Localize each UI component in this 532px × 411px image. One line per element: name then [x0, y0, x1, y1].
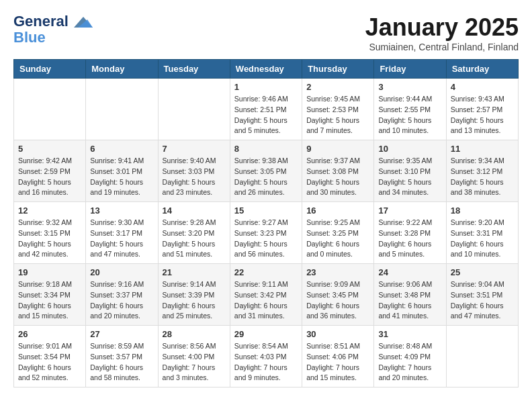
day-number: 24: [378, 267, 441, 277]
calendar-cell: 4Sunrise: 9:43 AM Sunset: 2:57 PM Daylig…: [446, 79, 518, 140]
day-detail: Sunrise: 9:44 AM Sunset: 2:55 PM Dayligh…: [378, 94, 441, 136]
calendar-cell: 23Sunrise: 9:09 AM Sunset: 3:45 PM Dayli…: [302, 264, 374, 326]
day-number: 27: [90, 329, 153, 339]
calendar-cell: 5Sunrise: 9:42 AM Sunset: 2:59 PM Daylig…: [14, 140, 86, 202]
day-detail: Sunrise: 9:42 AM Sunset: 2:59 PM Dayligh…: [18, 156, 81, 198]
weekday-header-wednesday: Wednesday: [230, 60, 302, 79]
calendar-cell: [86, 79, 158, 140]
weekday-header-thursday: Thursday: [302, 60, 374, 79]
calendar-cell: 13Sunrise: 9:30 AM Sunset: 3:17 PM Dayli…: [86, 202, 158, 264]
calendar-cell: 28Sunrise: 8:56 AM Sunset: 4:00 PM Dayli…: [158, 326, 230, 387]
calendar-week-3: 12Sunrise: 9:32 AM Sunset: 3:15 PM Dayli…: [14, 202, 519, 264]
weekday-header-friday: Friday: [374, 60, 446, 79]
day-detail: Sunrise: 9:32 AM Sunset: 3:15 PM Dayligh…: [18, 218, 81, 260]
calendar-cell: 15Sunrise: 9:27 AM Sunset: 3:23 PM Dayli…: [230, 202, 302, 264]
calendar-week-2: 5Sunrise: 9:42 AM Sunset: 2:59 PM Daylig…: [14, 140, 519, 202]
day-detail: Sunrise: 9:35 AM Sunset: 3:10 PM Dayligh…: [378, 156, 441, 198]
day-detail: Sunrise: 8:59 AM Sunset: 3:57 PM Dayligh…: [90, 341, 153, 383]
month-title: January 2025: [365, 13, 519, 42]
calendar-cell: 2Sunrise: 9:45 AM Sunset: 2:53 PM Daylig…: [302, 79, 374, 140]
location-subtitle: Sumiainen, Central Finland, Finland: [365, 42, 519, 52]
calendar-week-1: 1Sunrise: 9:46 AM Sunset: 2:51 PM Daylig…: [14, 79, 519, 140]
day-number: 19: [18, 267, 81, 277]
day-number: 20: [90, 267, 153, 277]
day-detail: Sunrise: 9:45 AM Sunset: 2:53 PM Dayligh…: [306, 94, 369, 136]
day-number: 1: [234, 82, 298, 92]
logo-line1: General: [13, 13, 69, 30]
day-detail: Sunrise: 9:46 AM Sunset: 2:51 PM Dayligh…: [234, 94, 298, 136]
day-detail: Sunrise: 9:27 AM Sunset: 3:23 PM Dayligh…: [234, 218, 298, 260]
calendar-cell: 3Sunrise: 9:44 AM Sunset: 2:55 PM Daylig…: [374, 79, 446, 140]
day-number: 3: [378, 82, 441, 92]
calendar-cell: 30Sunrise: 8:51 AM Sunset: 4:06 PM Dayli…: [302, 326, 374, 387]
day-number: 30: [306, 329, 369, 339]
day-detail: Sunrise: 9:20 AM Sunset: 3:31 PM Dayligh…: [451, 218, 514, 260]
day-detail: Sunrise: 9:06 AM Sunset: 3:48 PM Dayligh…: [378, 279, 441, 322]
calendar-cell: 22Sunrise: 9:11 AM Sunset: 3:42 PM Dayli…: [230, 264, 302, 326]
day-number: 26: [18, 329, 81, 339]
day-number: 11: [451, 144, 514, 154]
day-number: 16: [306, 205, 369, 216]
logo-line2: Blue: [13, 30, 93, 46]
day-number: 12: [18, 205, 81, 216]
calendar-cell: 17Sunrise: 9:22 AM Sunset: 3:28 PM Dayli…: [374, 202, 446, 264]
calendar-week-5: 26Sunrise: 9:01 AM Sunset: 3:54 PM Dayli…: [14, 326, 519, 387]
day-detail: Sunrise: 9:22 AM Sunset: 3:28 PM Dayligh…: [378, 218, 441, 260]
day-detail: Sunrise: 9:38 AM Sunset: 3:05 PM Dayligh…: [234, 156, 298, 198]
calendar-cell: [14, 79, 86, 140]
calendar-cell: 24Sunrise: 9:06 AM Sunset: 3:48 PM Dayli…: [374, 264, 446, 326]
weekday-header-sunday: Sunday: [14, 60, 86, 79]
day-detail: Sunrise: 9:30 AM Sunset: 3:17 PM Dayligh…: [90, 218, 153, 260]
day-detail: Sunrise: 9:25 AM Sunset: 3:25 PM Dayligh…: [306, 218, 369, 260]
calendar-cell: 21Sunrise: 9:14 AM Sunset: 3:39 PM Dayli…: [158, 264, 230, 326]
day-number: 21: [163, 267, 226, 277]
title-block: January 2025 Sumiainen, Central Finland,…: [365, 13, 519, 52]
calendar-table: SundayMondayTuesdayWednesdayThursdayFrid…: [13, 59, 519, 387]
logo-icon: [74, 15, 93, 29]
calendar-cell: [158, 79, 230, 140]
day-number: 10: [378, 144, 441, 154]
calendar-cell: 20Sunrise: 9:16 AM Sunset: 3:37 PM Dayli…: [86, 264, 158, 326]
weekday-header-saturday: Saturday: [446, 60, 518, 79]
day-detail: Sunrise: 9:09 AM Sunset: 3:45 PM Dayligh…: [306, 279, 369, 322]
calendar-cell: 27Sunrise: 8:59 AM Sunset: 3:57 PM Dayli…: [86, 326, 158, 387]
calendar-cell: 6Sunrise: 9:41 AM Sunset: 3:01 PM Daylig…: [86, 140, 158, 202]
calendar-cell: 12Sunrise: 9:32 AM Sunset: 3:15 PM Dayli…: [14, 202, 86, 264]
page-header: General Blue January 2025 Sumiainen, Cen…: [13, 13, 519, 52]
day-number: 18: [451, 205, 514, 216]
day-number: 5: [18, 144, 81, 154]
day-detail: Sunrise: 9:04 AM Sunset: 3:51 PM Dayligh…: [451, 279, 514, 322]
calendar-cell: 10Sunrise: 9:35 AM Sunset: 3:10 PM Dayli…: [374, 140, 446, 202]
day-detail: Sunrise: 9:43 AM Sunset: 2:57 PM Dayligh…: [451, 94, 514, 136]
calendar-cell: 7Sunrise: 9:40 AM Sunset: 3:03 PM Daylig…: [158, 140, 230, 202]
day-number: 14: [163, 205, 226, 216]
calendar-cell: 29Sunrise: 8:54 AM Sunset: 4:03 PM Dayli…: [230, 326, 302, 387]
day-number: 25: [451, 267, 514, 277]
day-detail: Sunrise: 8:51 AM Sunset: 4:06 PM Dayligh…: [306, 341, 369, 383]
day-number: 17: [378, 205, 441, 216]
day-number: 23: [306, 267, 369, 277]
calendar-cell: 1Sunrise: 9:46 AM Sunset: 2:51 PM Daylig…: [230, 79, 302, 140]
day-detail: Sunrise: 9:01 AM Sunset: 3:54 PM Dayligh…: [18, 341, 81, 383]
day-number: 2: [306, 82, 369, 92]
calendar-cell: 9Sunrise: 9:37 AM Sunset: 3:08 PM Daylig…: [302, 140, 374, 202]
logo: General Blue: [13, 13, 93, 46]
calendar-cell: 8Sunrise: 9:38 AM Sunset: 3:05 PM Daylig…: [230, 140, 302, 202]
calendar-cell: 25Sunrise: 9:04 AM Sunset: 3:51 PM Dayli…: [446, 264, 518, 326]
calendar-cell: 31Sunrise: 8:48 AM Sunset: 4:09 PM Dayli…: [374, 326, 446, 387]
day-number: 13: [90, 205, 153, 216]
day-detail: Sunrise: 9:11 AM Sunset: 3:42 PM Dayligh…: [234, 279, 298, 322]
day-number: 8: [234, 144, 298, 154]
calendar-cell: 16Sunrise: 9:25 AM Sunset: 3:25 PM Dayli…: [302, 202, 374, 264]
day-detail: Sunrise: 9:34 AM Sunset: 3:12 PM Dayligh…: [451, 156, 514, 198]
weekday-header-monday: Monday: [86, 60, 158, 79]
calendar-cell: 11Sunrise: 9:34 AM Sunset: 3:12 PM Dayli…: [446, 140, 518, 202]
calendar-cell: 14Sunrise: 9:28 AM Sunset: 3:20 PM Dayli…: [158, 202, 230, 264]
day-detail: Sunrise: 9:16 AM Sunset: 3:37 PM Dayligh…: [90, 279, 153, 322]
calendar-cell: [446, 326, 518, 387]
day-number: 28: [163, 329, 226, 339]
day-number: 9: [306, 144, 369, 154]
day-detail: Sunrise: 8:54 AM Sunset: 4:03 PM Dayligh…: [234, 341, 298, 383]
day-detail: Sunrise: 9:14 AM Sunset: 3:39 PM Dayligh…: [163, 279, 226, 322]
calendar-week-4: 19Sunrise: 9:18 AM Sunset: 3:34 PM Dayli…: [14, 264, 519, 326]
